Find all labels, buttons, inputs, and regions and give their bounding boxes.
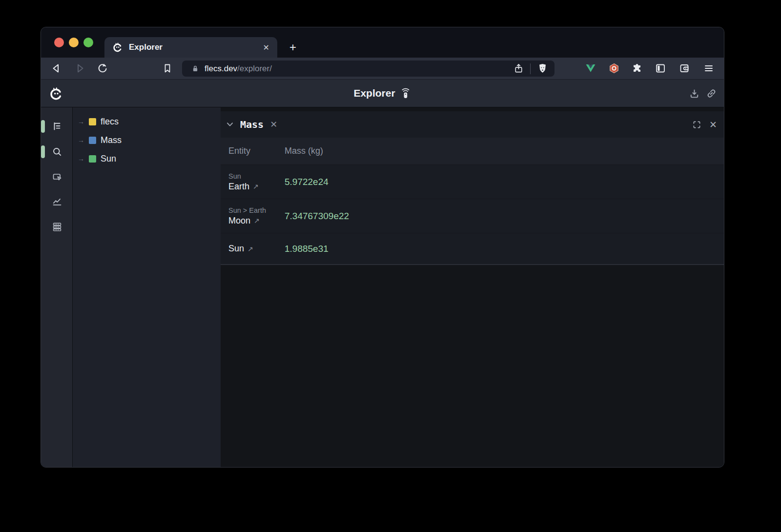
entity-name[interactable]: Sun xyxy=(228,244,244,254)
menu-hamburger-icon[interactable] xyxy=(703,62,715,74)
screen: Explorer ✕ + xyxy=(0,0,781,532)
fullscreen-icon[interactable] xyxy=(692,120,702,130)
entity-link[interactable]: Moon ↗ xyxy=(228,216,285,226)
column-header-mass: Mass (kg) xyxy=(285,146,323,156)
brave-shield-icon[interactable] xyxy=(536,62,549,75)
address-bar[interactable]: flecs.dev/explorer/ xyxy=(182,61,555,77)
entity-parent-path: Sun > Earth xyxy=(228,206,285,214)
new-tab-button[interactable]: + xyxy=(285,40,301,55)
entity-tree-panel: → flecs → Mass → Sun xyxy=(73,107,221,467)
tab-close-icon[interactable]: ✕ xyxy=(263,43,269,52)
mass-value: 5.9722e24 xyxy=(285,177,329,187)
sidebar-panel-icon[interactable] xyxy=(655,62,666,74)
table-rows-icon[interactable] xyxy=(51,221,63,233)
table-row: Sun ↗ 1.9885e31 xyxy=(221,233,724,264)
chevron-down-icon[interactable] xyxy=(225,119,235,130)
mass-value: 1.9885e31 xyxy=(285,244,329,254)
hexagon-extension-icon[interactable] xyxy=(608,62,620,74)
url-domain: flecs.dev xyxy=(205,64,237,74)
search-icon[interactable] xyxy=(51,146,63,158)
window-controls xyxy=(54,38,93,47)
query-panel-header: Mass ✕ ✕ xyxy=(221,111,724,138)
vue-devtools-extension-icon[interactable] xyxy=(585,62,596,74)
expand-arrow-icon[interactable]: → xyxy=(78,136,89,144)
entity-parent-path: Sun xyxy=(228,172,285,180)
table-row: Sun Earth ↗ 5.9722e24 xyxy=(221,164,724,199)
open-entity-arrow-icon[interactable]: ↗ xyxy=(247,245,253,253)
close-window-button[interactable] xyxy=(54,38,64,47)
tree-item-flecs[interactable]: → flecs xyxy=(73,112,221,131)
active-indicator-tree xyxy=(41,120,45,133)
entity-color-swatch xyxy=(89,155,96,163)
minimize-window-button[interactable] xyxy=(69,38,79,47)
tree-item-sun[interactable]: → Sun xyxy=(73,149,221,168)
module-color-swatch xyxy=(89,118,96,125)
entity-name[interactable]: Moon xyxy=(228,216,250,226)
page-title: Explorer xyxy=(353,87,395,99)
open-entity-arrow-icon[interactable]: ↗ xyxy=(253,183,259,190)
table-row: Sun > Earth Moon ↗ 7.34767309e22 xyxy=(221,199,724,233)
entity-cell: Sun Earth ↗ xyxy=(221,168,285,196)
tool-sidebar xyxy=(41,107,73,467)
table-header-row: Entity Mass (kg) xyxy=(221,138,724,164)
query-panel: Mass ✕ ✕ Entity Mass (kg) xyxy=(221,111,724,265)
browser-window: Explorer ✕ + xyxy=(41,27,724,468)
query-title[interactable]: Mass xyxy=(240,119,264,130)
connection-remote-icon[interactable] xyxy=(400,87,411,100)
url-path: /explorer/ xyxy=(237,64,272,74)
tree-view-icon[interactable] xyxy=(51,121,63,132)
query-close-icon[interactable]: ✕ xyxy=(270,119,277,130)
divider xyxy=(530,63,531,74)
panel-close-icon[interactable]: ✕ xyxy=(709,119,717,130)
back-button[interactable] xyxy=(51,62,62,74)
explorer-content: → flecs → Mass → Sun xyxy=(41,107,724,467)
bookmark-button[interactable] xyxy=(162,62,173,74)
forward-button[interactable] xyxy=(74,62,85,74)
download-icon[interactable] xyxy=(688,87,700,100)
explorer-header: Explorer xyxy=(41,79,724,107)
lock-icon xyxy=(191,64,200,73)
wallet-icon[interactable] xyxy=(678,62,690,74)
open-entity-arrow-icon[interactable]: ↗ xyxy=(254,217,260,225)
inspect-cursor-icon[interactable] xyxy=(51,171,63,183)
entity-name[interactable]: Earth xyxy=(228,182,249,192)
tree-item-label: flecs xyxy=(101,117,119,127)
expand-arrow-icon[interactable]: → xyxy=(78,155,89,163)
active-indicator-search xyxy=(41,145,45,158)
tab-title: Explorer xyxy=(129,42,163,52)
zoom-window-button[interactable] xyxy=(83,38,93,47)
main-panel-area: Mass ✕ ✕ Entity Mass (kg) xyxy=(221,107,724,467)
browser-tab-bar: Explorer ✕ + xyxy=(41,27,724,58)
flecs-logo-icon[interactable] xyxy=(49,86,63,101)
share-icon[interactable] xyxy=(513,63,524,74)
tree-item-label: Sun xyxy=(101,154,116,164)
expand-arrow-icon[interactable]: → xyxy=(78,118,89,125)
browser-toolbar: flecs.dev/explorer/ xyxy=(41,58,724,79)
tree-item-mass[interactable]: → Mass xyxy=(73,131,221,149)
browser-tab[interactable]: Explorer ✕ xyxy=(104,37,277,58)
entity-link[interactable]: Sun ↗ xyxy=(228,244,285,254)
column-header-entity: Entity xyxy=(221,146,285,156)
entity-cell: Sun > Earth Moon ↗ xyxy=(221,202,285,230)
component-color-swatch xyxy=(89,137,96,144)
extensions-puzzle-icon[interactable] xyxy=(631,62,643,74)
flecs-favicon-icon xyxy=(112,42,123,53)
tree-item-label: Mass xyxy=(101,135,122,145)
chart-icon[interactable] xyxy=(51,196,63,207)
refresh-button[interactable] xyxy=(97,62,108,74)
entity-link[interactable]: Earth ↗ xyxy=(228,182,285,192)
entity-cell: Sun ↗ xyxy=(221,239,285,258)
link-icon[interactable] xyxy=(705,87,718,100)
mass-value: 7.34767309e22 xyxy=(285,211,349,222)
